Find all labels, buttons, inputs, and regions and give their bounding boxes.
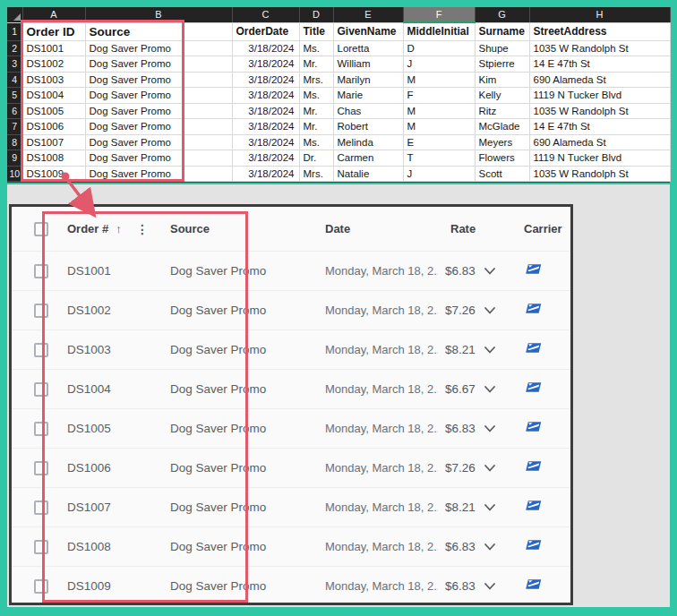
excel-cell-orderdate[interactable]: 3/18/2024 xyxy=(232,134,299,150)
excel-cell-givenname[interactable]: Chas xyxy=(333,103,403,119)
excel-cell-order-id[interactable]: DS1006 xyxy=(22,119,85,135)
column-header-a[interactable]: A xyxy=(22,7,85,22)
excel-cell-title[interactable]: Ms. xyxy=(299,134,333,150)
excel-cell-surname[interactable]: Scott xyxy=(475,166,529,182)
column-header-f-selected[interactable]: F xyxy=(403,7,475,22)
rate-dropdown[interactable]: $8.21 xyxy=(438,500,510,514)
excel-cell-source[interactable]: Dog Saver Promo xyxy=(85,88,232,104)
rate-dropdown[interactable]: $8.21 xyxy=(438,343,510,356)
excel-cell-streetaddress[interactable]: 690 Alameda St xyxy=(529,134,670,150)
excel-cell-surname[interactable]: Kim xyxy=(475,72,529,88)
sort-ascending-icon[interactable]: ↑ xyxy=(116,222,122,235)
excel-cell-givenname[interactable]: Natalie xyxy=(333,166,403,182)
usps-carrier-icon[interactable] xyxy=(524,303,543,318)
excel-cell-givenname[interactable]: Melinda xyxy=(333,134,403,150)
excel-cell-order-id[interactable]: DS1001 xyxy=(22,40,85,56)
excel-cell-middleinitial[interactable]: M xyxy=(403,119,475,135)
usps-carrier-icon[interactable] xyxy=(524,500,543,515)
excel-cell-streetaddress-header[interactable]: StreetAddress xyxy=(529,22,670,40)
excel-cell-surname[interactable]: Flowers xyxy=(475,150,529,167)
row-number[interactable]: 8 xyxy=(7,134,22,150)
excel-cell-middleinitial[interactable]: M xyxy=(403,72,475,88)
excel-cell-surname[interactable]: Meyers xyxy=(475,134,529,150)
excel-cell-givenname[interactable]: Loretta xyxy=(333,40,403,56)
excel-cell-title[interactable]: Mr. xyxy=(299,103,333,119)
row-number[interactable]: 9 xyxy=(7,150,22,167)
excel-cell-source[interactable]: Dog Saver Promo xyxy=(85,56,232,73)
excel-cell-source-header[interactable]: Source xyxy=(85,22,232,40)
rate-dropdown[interactable]: $6.83 xyxy=(438,264,510,278)
row-checkbox[interactable] xyxy=(34,461,48,475)
excel-cell-orderdate[interactable]: 3/18/2024 xyxy=(232,166,299,182)
excel-cell-surname[interactable]: Stpierre xyxy=(475,56,529,73)
excel-cell-order-id[interactable]: DS1002 xyxy=(22,56,85,73)
column-menu-icon[interactable]: ⋮ xyxy=(136,222,149,236)
excel-cell-streetaddress[interactable]: 1035 W Randolph St xyxy=(529,40,670,56)
row-number[interactable]: 5 xyxy=(7,88,22,104)
row-checkbox[interactable] xyxy=(34,540,48,554)
excel-cell-streetaddress[interactable]: 14 E 47th St xyxy=(529,119,670,135)
excel-cell-givenname[interactable]: Robert xyxy=(333,119,403,135)
column-header-c[interactable]: C xyxy=(232,7,299,22)
excel-cell-orderdate[interactable]: 3/18/2024 xyxy=(232,40,299,56)
column-header-h[interactable]: H xyxy=(529,7,670,22)
excel-cell-middleinitial[interactable]: E xyxy=(403,134,475,150)
excel-cell-orderdate[interactable]: 3/18/2024 xyxy=(232,119,299,135)
excel-cell-middleinitial[interactable]: M xyxy=(403,103,475,119)
row-checkbox[interactable] xyxy=(34,264,48,278)
rate-dropdown[interactable]: $6.83 xyxy=(438,579,510,593)
excel-cell-givenname[interactable]: William xyxy=(333,56,403,73)
excel-cell-title[interactable]: Mr. xyxy=(299,119,333,135)
excel-cell-orderdate[interactable]: 3/18/2024 xyxy=(232,103,299,119)
row-number[interactable]: 2 xyxy=(7,40,22,56)
usps-carrier-icon[interactable] xyxy=(524,421,543,436)
excel-cell-surname-header[interactable]: Surname xyxy=(475,22,529,40)
rate-dropdown[interactable]: $7.26 xyxy=(438,304,510,317)
excel-cell-title-header[interactable]: Title xyxy=(299,22,333,40)
excel-cell-streetaddress[interactable]: 690 Alameda St xyxy=(529,72,670,88)
excel-cell-title[interactable]: Dr. xyxy=(299,150,333,167)
excel-cell-title[interactable]: Mrs. xyxy=(299,72,333,88)
excel-cell-source[interactable]: Dog Saver Promo xyxy=(85,40,232,56)
usps-carrier-icon[interactable] xyxy=(524,381,543,397)
excel-cell-title[interactable]: Mrs. xyxy=(299,166,333,182)
usps-carrier-icon[interactable] xyxy=(524,342,543,357)
excel-cell-givenname[interactable]: Marilyn xyxy=(333,72,403,88)
excel-cell-givenname[interactable]: Carmen xyxy=(333,150,403,167)
rate-dropdown[interactable]: $6.83 xyxy=(438,422,510,435)
excel-cell-title[interactable]: Ms. xyxy=(299,40,333,56)
excel-cell-source[interactable]: Dog Saver Promo xyxy=(85,103,232,119)
rate-dropdown[interactable]: $6.83 xyxy=(438,540,510,553)
excel-cell-surname[interactable]: Ritz xyxy=(475,103,529,119)
excel-cell-orderdate-header[interactable]: OrderDate xyxy=(232,22,299,40)
excel-cell-order-id[interactable]: DS1003 xyxy=(22,72,85,88)
excel-cell-streetaddress[interactable]: 14 E 47th St xyxy=(529,56,670,73)
row-checkbox[interactable] xyxy=(34,382,48,397)
row-checkbox[interactable] xyxy=(34,422,48,436)
row-checkbox[interactable] xyxy=(34,304,48,318)
row-number[interactable]: 6 xyxy=(7,103,22,119)
excel-cell-orderdate[interactable]: 3/18/2024 xyxy=(232,88,299,104)
column-header-g[interactable]: G xyxy=(475,7,529,22)
column-header-d[interactable]: D xyxy=(299,7,333,22)
excel-cell-source[interactable]: Dog Saver Promo xyxy=(85,166,232,182)
excel-cell-middleinitial[interactable]: F xyxy=(403,88,475,104)
row-number[interactable]: 4 xyxy=(7,72,22,88)
excel-cell-order-id[interactable]: DS1005 xyxy=(22,103,85,119)
row-checkbox[interactable] xyxy=(34,343,48,357)
usps-carrier-icon[interactable] xyxy=(524,578,543,594)
excel-cell-givenname[interactable]: Marie xyxy=(333,88,403,104)
excel-cell-orderdate[interactable]: 3/18/2024 xyxy=(232,150,299,167)
usps-carrier-icon[interactable] xyxy=(524,539,543,554)
excel-cell-surname[interactable]: Shupe xyxy=(475,40,529,56)
excel-cell-middleinitial[interactable]: D xyxy=(403,40,475,56)
order-number-header[interactable]: Order # ↑ ⋮ xyxy=(56,222,159,236)
row-checkbox[interactable] xyxy=(34,579,48,594)
excel-cell-streetaddress[interactable]: 1119 N Tucker Blvd xyxy=(529,150,670,167)
select-all-checkbox[interactable] xyxy=(34,222,48,236)
rate-dropdown[interactable]: $6.67 xyxy=(438,382,510,396)
excel-cell-source[interactable]: Dog Saver Promo xyxy=(85,119,232,135)
excel-cell-orderdate[interactable]: 3/18/2024 xyxy=(232,56,299,73)
excel-cell-source[interactable]: Dog Saver Promo xyxy=(85,150,232,167)
excel-cell-middleinitial[interactable]: J xyxy=(403,166,475,182)
